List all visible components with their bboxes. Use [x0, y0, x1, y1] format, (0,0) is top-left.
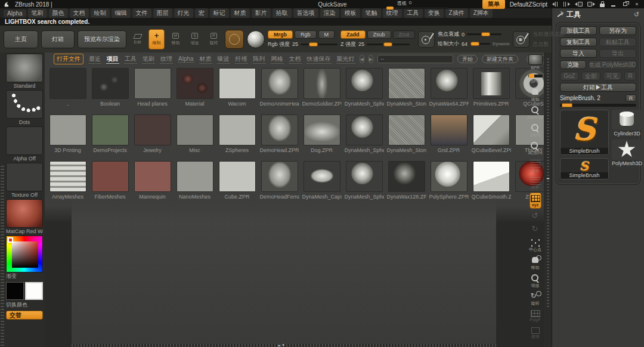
export-button[interactable]: 导出 — [599, 49, 636, 58]
lightbox-item[interactable]: Head planes — [133, 68, 172, 114]
menu-item[interactable]: 笔刷 — [28, 8, 47, 18]
lightbox-thumbnail[interactable] — [134, 68, 171, 99]
home-button[interactable]: 主页 — [4, 30, 38, 48]
current-material-widget[interactable]: MatCap Red Wax — [6, 199, 43, 235]
load-tool-button[interactable]: 加载工具 — [560, 26, 597, 35]
goz-button[interactable]: GoZ — [560, 72, 579, 80]
right-shelf-item[interactable]: SPix — [528, 73, 543, 85]
lightbox-item[interactable]: Dog.ZPR — [302, 114, 342, 161]
next-document-icon[interactable] — [587, 2, 595, 7]
z-intensity-slider[interactable]: Z 强度 25 — [340, 41, 415, 48]
lightbox-item[interactable]: Boolean — [91, 68, 130, 114]
zcut-button[interactable]: Zcut — [393, 30, 416, 39]
lightbox-item[interactable]: FiberMeshes — [91, 161, 130, 205]
lightbox-thumbnail[interactable] — [177, 161, 213, 192]
lightbox-tab[interactable]: 快速保存 — [306, 55, 332, 64]
right-shelf-item[interactable]: 移动 — [528, 255, 543, 271]
current-brush-button[interactable] — [225, 30, 244, 49]
lightbox-thumbnail[interactable] — [388, 68, 425, 99]
lightbox-item[interactable]: DynaWax128.ZPR — [387, 161, 426, 205]
lightbox-item[interactable]: QCubeSmooth.ZP — [472, 161, 511, 205]
material-thumbnail[interactable] — [6, 199, 43, 228]
lightbox-item[interactable]: Material — [175, 68, 215, 114]
right-shelf-item[interactable]: 旋转 — [528, 290, 543, 306]
lightbox-thumbnail[interactable] — [346, 68, 383, 99]
lightbox-thumbnail[interactable] — [473, 161, 510, 192]
lightbox-item[interactable]: DemoProjects — [91, 114, 130, 161]
lightbox-item[interactable]: Mannequin — [133, 161, 172, 205]
lightbox-thumbnail[interactable] — [219, 161, 256, 192]
menu-item[interactable]: 拾取 — [273, 8, 292, 18]
lightbox-thumbnail[interactable] — [388, 161, 425, 192]
lightbox-thumbnail[interactable] — [49, 161, 86, 192]
right-tray-divider[interactable]: ◂▸ — [544, 52, 552, 347]
divider-arrows-icon[interactable]: ◂▸ — [545, 176, 551, 181]
menu-item[interactable]: 模板 — [341, 8, 360, 18]
lightbox-thumbnail[interactable] — [92, 161, 129, 192]
lightbox-start-button[interactable]: 开始 — [457, 55, 478, 63]
lightbox-thumbnail[interactable] — [92, 68, 129, 99]
paste-tool-button[interactable]: 粘贴工具 — [599, 38, 636, 47]
lightbox-thumbnail[interactable] — [177, 68, 213, 99]
lightbox-thumbnail[interactable] — [219, 114, 256, 145]
lightbox-thumbnail[interactable] — [473, 114, 510, 145]
menu-item[interactable]: 颜色 — [49, 8, 68, 18]
lightbox-thumbnail[interactable] — [431, 161, 467, 192]
right-tray-toggle-icon[interactable] — [564, 2, 570, 7]
right-shelf-item[interactable]: 中心点 — [528, 237, 543, 253]
menu-item[interactable]: Alpha — [4, 10, 26, 17]
save-as-button[interactable]: 另存为 — [599, 26, 636, 35]
lightbox-tab[interactable]: 文档 — [289, 55, 302, 64]
lightbox-thumbnail[interactable] — [304, 161, 340, 192]
default-zscript-button[interactable]: DefaultZScript — [510, 1, 547, 8]
goz-all-button[interactable]: 全部 — [581, 72, 600, 80]
dynamic-size-icon[interactable]: D — [513, 31, 530, 48]
scale-mode-button[interactable]: S 缩放 — [187, 29, 203, 49]
current-material-preview[interactable] — [247, 30, 265, 48]
perspective-slider-handle[interactable] — [386, 7, 394, 10]
lightbox-item[interactable]: Wacom — [218, 68, 257, 114]
tool-palette-header[interactable]: 工具 ↺ — [552, 8, 644, 20]
lightbox-item[interactable]: DynaWax64.ZPR — [429, 68, 469, 114]
draw-mode-button[interactable]: + 绘制 — [148, 29, 165, 49]
lightbox-thumbnail[interactable] — [261, 161, 298, 192]
edit-mode-button[interactable]: Edit — [129, 29, 145, 49]
lightbox-thumbnail[interactable] — [431, 68, 467, 99]
menu-item[interactable]: 变换 — [425, 8, 444, 18]
menu-item[interactable]: 工具 — [404, 8, 423, 18]
focal-shift-slider[interactable]: 焦点衰减 0 — [438, 30, 510, 38]
tool-item-simplebrush[interactable]: S SimpleBrush — [560, 158, 609, 179]
right-shelf-item[interactable]: 滚动 — [528, 86, 543, 103]
lightbox-tab[interactable]: 打开文件 — [54, 54, 83, 64]
current-brush-widget[interactable]: Standard — [6, 54, 43, 89]
lightbox-tab[interactable]: 最近 — [88, 55, 101, 64]
menu-item[interactable]: 首选项 — [293, 8, 318, 18]
lightbox-thumbnail[interactable] — [49, 114, 86, 145]
lightbox-tab[interactable]: 网格 — [271, 55, 284, 64]
lightbox-item[interactable]: DynaMesh_Spher — [345, 114, 384, 161]
menu-item[interactable]: 渲染 — [320, 8, 339, 18]
right-shelf-item[interactable]: xyz — [530, 193, 541, 209]
lightbox-tab[interactable]: 笔刷 — [142, 55, 155, 64]
lightbox-thumbnail[interactable] — [261, 114, 298, 145]
lightbox-item[interactable]: DynaMesh_Capsu — [302, 161, 342, 205]
active-tool-thumbnail[interactable]: S SimpleBrush — [560, 110, 609, 155]
draw-size-slider[interactable]: 绘制大小 64 Dynamic — [438, 40, 510, 48]
lightbox-item[interactable]: Primitives.ZPR — [472, 68, 511, 114]
menu-item[interactable]: Z插件 — [445, 8, 468, 18]
lightbox-tab[interactable]: 纤维 — [235, 55, 248, 64]
right-shelf-item[interactable]: 100% — [528, 122, 543, 138]
right-shelf-item[interactable] — [528, 224, 543, 235]
tool-r-button[interactable]: R — [626, 94, 636, 102]
lightbox-item[interactable]: 3D Printing — [48, 114, 88, 161]
lightbox-tab[interactable]: 项目 — [106, 55, 119, 64]
menu-item[interactable]: 图层 — [153, 8, 172, 18]
rotate-mode-button[interactable]: R 旋转 — [206, 29, 222, 49]
lightbox-search-input[interactable] — [377, 55, 453, 63]
menu-item[interactable]: 笔触 — [362, 8, 381, 18]
lightbox-back-icon[interactable]: ◀ — [360, 55, 364, 63]
perspective-slider[interactable]: 透视 0 — [386, 0, 449, 9]
right-shelf-item[interactable]: AC50% — [528, 140, 543, 156]
right-shelf-item[interactable]: 透明 — [531, 325, 540, 340]
m-button[interactable]: M — [318, 30, 335, 39]
